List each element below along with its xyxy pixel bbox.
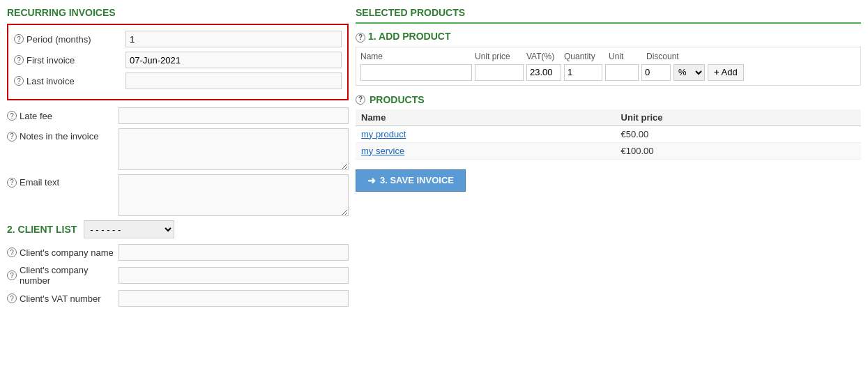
product-name-cell: my product xyxy=(356,125,616,142)
clients-vat-number-input[interactable] xyxy=(119,290,349,307)
add-product-info-icon: ? xyxy=(356,33,365,43)
products-name-col-header: Name xyxy=(356,109,616,126)
email-text-label: ? Email text xyxy=(7,174,119,188)
products-table: Name Unit price my product €50.00 my ser… xyxy=(356,109,861,160)
products-unit-price-col-header: Unit price xyxy=(616,109,861,126)
clients-company-name-input[interactable] xyxy=(119,244,349,261)
notes-row: ? Notes in the invoice xyxy=(7,128,349,170)
add-product-button[interactable]: + Add xyxy=(708,64,744,81)
save-invoice-button[interactable]: ➜ 3. SAVE INVOICE xyxy=(356,169,466,192)
product-name-link[interactable]: my product xyxy=(361,129,406,139)
left-panel: RECURRING INVOICES ? Period (months) ? F… xyxy=(7,7,349,375)
product-name-input[interactable] xyxy=(360,64,472,81)
email-text-row: ? Email text xyxy=(7,174,349,216)
product-name-cell: my service xyxy=(356,142,616,159)
period-row: ? Period (months) xyxy=(14,31,342,47)
add-product-title: ?1. ADD PRODUCT xyxy=(356,31,861,43)
clients-company-name-label: ? Client's company name xyxy=(7,247,119,258)
email-text-info-icon: ? xyxy=(7,178,17,188)
table-row: my product €50.00 xyxy=(356,125,861,142)
notes-textarea[interactable] xyxy=(119,128,349,170)
clients-company-name-info-icon: ? xyxy=(7,247,17,257)
clients-company-number-row: ? Client's company number xyxy=(7,265,349,286)
notes-info-icon: ? xyxy=(7,132,17,142)
discount-input[interactable] xyxy=(641,64,671,81)
recurring-box: ? Period (months) ? First invoice ? Last… xyxy=(7,24,349,100)
discount-type-select[interactable]: % € xyxy=(673,64,705,81)
col-discount-header: Discount xyxy=(646,52,702,61)
selected-products-title: SELECTED PRODUCTS xyxy=(356,7,861,18)
clients-vat-number-label: ? Client's VAT number xyxy=(7,293,119,304)
right-panel: SELECTED PRODUCTS ?1. ADD PRODUCT Name U… xyxy=(356,7,861,375)
col-unit-header: Unit xyxy=(609,52,644,61)
products-tbody: my product €50.00 my service €100.00 xyxy=(356,125,861,159)
col-vat-header: VAT(%) xyxy=(526,52,561,61)
first-invoice-row: ? First invoice xyxy=(14,52,342,68)
clients-company-name-row: ? Client's company name xyxy=(7,244,349,261)
last-invoice-row: ? Last invoice xyxy=(14,72,342,89)
add-product-form: Name Unit price VAT(%) Quantity Unit Dis… xyxy=(356,47,861,86)
last-invoice-input[interactable] xyxy=(125,72,342,89)
period-input[interactable] xyxy=(125,31,342,47)
products-table-header-row: Name Unit price xyxy=(356,109,861,126)
late-fee-input[interactable] xyxy=(119,107,349,124)
product-name-link[interactable]: my service xyxy=(361,146,404,156)
notes-label: ? Notes in the invoice xyxy=(7,128,119,142)
unit-price-input[interactable] xyxy=(475,64,524,81)
vat-input[interactable] xyxy=(526,64,561,81)
late-fee-info-icon: ? xyxy=(7,111,17,121)
email-text-textarea[interactable] xyxy=(119,174,349,216)
late-fee-label: ? Late fee xyxy=(7,111,119,121)
add-product-headers: Name Unit price VAT(%) Quantity Unit Dis… xyxy=(360,52,856,61)
first-invoice-input[interactable] xyxy=(125,52,342,68)
clients-company-number-info-icon: ? xyxy=(7,270,17,280)
arrow-icon: ➜ xyxy=(367,175,376,186)
first-invoice-label: ? First invoice xyxy=(14,55,125,66)
col-name-header: Name xyxy=(360,52,472,61)
clients-company-number-input[interactable] xyxy=(119,267,349,284)
products-info-icon: ? xyxy=(356,95,365,105)
period-label: ? Period (months) xyxy=(14,34,125,45)
clients-vat-number-row: ? Client's VAT number xyxy=(7,290,349,307)
period-info-icon: ? xyxy=(14,34,24,44)
add-product-inputs: % € + Add xyxy=(360,64,856,81)
col-qty-header: Quantity xyxy=(564,52,606,61)
col-unit-price-header: Unit price xyxy=(475,52,524,61)
client-list-title: 2. CLIENT LIST xyxy=(7,224,77,235)
products-section: ? PRODUCTS Name Unit price my product €5… xyxy=(356,94,861,160)
last-invoice-label: ? Last invoice xyxy=(14,76,125,86)
product-price-cell: €100.00 xyxy=(616,142,861,159)
green-divider xyxy=(356,22,861,24)
client-list-header: 2. CLIENT LIST - - - - - - xyxy=(7,220,349,238)
table-row: my service €100.00 xyxy=(356,142,861,159)
plus-icon: + xyxy=(714,67,719,77)
recurring-invoices-title: RECURRING INVOICES xyxy=(7,7,349,18)
late-fee-row: ? Late fee xyxy=(7,107,349,124)
products-title: ? PRODUCTS xyxy=(356,94,861,105)
product-price-cell: €50.00 xyxy=(616,125,861,142)
unit-input[interactable] xyxy=(605,64,639,81)
clients-company-number-label: ? Client's company number xyxy=(7,265,119,286)
clients-vat-number-info-icon: ? xyxy=(7,293,17,303)
first-invoice-info-icon: ? xyxy=(14,55,24,65)
client-list-select[interactable]: - - - - - - xyxy=(84,220,174,238)
quantity-input[interactable] xyxy=(564,64,602,81)
last-invoice-info-icon: ? xyxy=(14,76,24,86)
